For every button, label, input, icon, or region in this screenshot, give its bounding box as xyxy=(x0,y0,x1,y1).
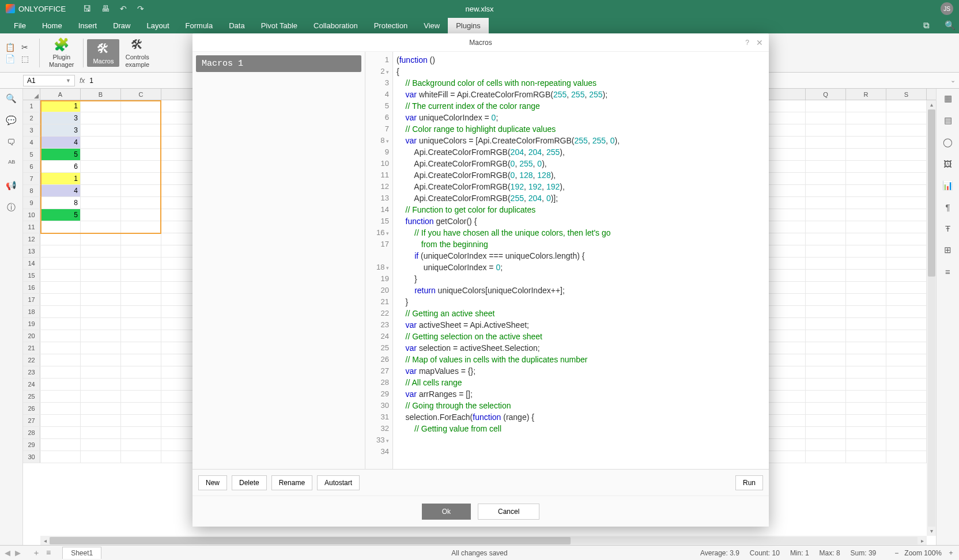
cell[interactable]: 6 xyxy=(40,161,81,172)
cell[interactable] xyxy=(886,221,927,233)
col-header[interactable]: B xyxy=(81,89,121,100)
copy-icon[interactable]: 📋 xyxy=(5,43,15,52)
row-header[interactable]: 20 xyxy=(23,330,40,342)
cell[interactable] xyxy=(40,342,81,354)
row-header[interactable]: 30 xyxy=(23,451,40,463)
chart-settings-icon[interactable]: 📊 xyxy=(942,180,953,191)
code-editor[interactable]: 1234567891011121314151617181920212223242… xyxy=(365,52,769,469)
cell[interactable] xyxy=(121,403,161,414)
sheet-next-icon[interactable]: ▶ xyxy=(15,548,21,557)
cell[interactable] xyxy=(806,330,846,342)
menu-insert[interactable]: Insert xyxy=(70,18,105,33)
cell[interactable] xyxy=(806,100,846,112)
cell[interactable] xyxy=(886,173,927,184)
cell[interactable] xyxy=(40,379,81,390)
cell[interactable] xyxy=(121,149,161,160)
cell[interactable] xyxy=(121,185,161,196)
col-header[interactable]: C xyxy=(121,89,161,100)
cell[interactable] xyxy=(886,185,927,196)
cell[interactable] xyxy=(81,185,121,196)
scroll-right-icon[interactable]: ▸ xyxy=(918,538,927,544)
cell[interactable] xyxy=(40,221,81,233)
row-header[interactable]: 3 xyxy=(23,124,40,136)
chat-icon[interactable]: 🗨 xyxy=(7,137,16,147)
cell[interactable] xyxy=(40,270,81,281)
cell[interactable] xyxy=(886,161,927,172)
cell[interactable] xyxy=(81,161,121,172)
cell[interactable] xyxy=(806,221,846,233)
plugin-manager-button[interactable]: 🧩 Plugin Manager xyxy=(43,35,80,70)
cell[interactable] xyxy=(846,306,886,317)
menu-plugins[interactable]: Plugins xyxy=(448,18,489,33)
cell[interactable] xyxy=(886,197,927,209)
row-header[interactable]: 9 xyxy=(23,197,40,209)
cell[interactable] xyxy=(846,185,886,196)
controls-example-button[interactable]: 🛠 Controls example xyxy=(119,35,155,70)
cell[interactable] xyxy=(81,137,121,148)
cell[interactable] xyxy=(846,439,886,451)
user-avatar[interactable]: JS xyxy=(941,2,953,15)
row-header[interactable]: 27 xyxy=(23,415,40,426)
cell[interactable] xyxy=(40,306,81,317)
cell[interactable] xyxy=(121,282,161,293)
cell[interactable] xyxy=(886,354,927,366)
cell[interactable] xyxy=(846,366,886,378)
cell[interactable] xyxy=(806,149,846,160)
close-icon[interactable]: ✕ xyxy=(756,38,763,47)
cell[interactable] xyxy=(121,100,161,112)
shape-settings-icon[interactable]: ◯ xyxy=(943,137,953,147)
macros-button[interactable]: 🛠 Macros xyxy=(87,39,119,67)
select-all-corner[interactable] xyxy=(23,89,40,100)
paragraph-settings-icon[interactable]: ¶ xyxy=(945,202,950,212)
cell[interactable] xyxy=(846,451,886,463)
paste-icon[interactable]: 📄 xyxy=(5,54,15,63)
vertical-scrollbar[interactable]: ▴ ▾ xyxy=(927,100,936,536)
row-header[interactable]: 21 xyxy=(23,342,40,354)
cell[interactable] xyxy=(886,209,927,221)
cell[interactable] xyxy=(806,354,846,366)
cell[interactable] xyxy=(886,112,927,124)
cell[interactable] xyxy=(806,451,846,463)
cell[interactable] xyxy=(886,342,927,354)
cell[interactable] xyxy=(886,282,927,293)
cell[interactable] xyxy=(81,415,121,426)
cell[interactable] xyxy=(121,451,161,463)
cell[interactable] xyxy=(886,124,927,136)
cell[interactable] xyxy=(40,282,81,293)
cell[interactable] xyxy=(846,282,886,293)
cell[interactable] xyxy=(846,330,886,342)
cell[interactable] xyxy=(846,258,886,269)
cell[interactable] xyxy=(846,209,886,221)
col-header[interactable]: A xyxy=(40,89,81,100)
menu-collaboration[interactable]: Collaboration xyxy=(305,18,366,33)
row-header[interactable]: 23 xyxy=(23,366,40,378)
cell[interactable] xyxy=(886,415,927,426)
cell[interactable] xyxy=(886,379,927,390)
cell[interactable] xyxy=(40,415,81,426)
cell[interactable] xyxy=(40,318,81,330)
cell[interactable] xyxy=(806,415,846,426)
row-header[interactable]: 10 xyxy=(23,209,40,221)
new-button[interactable]: New xyxy=(198,475,227,490)
cell[interactable] xyxy=(81,439,121,451)
cell[interactable] xyxy=(121,354,161,366)
cell[interactable] xyxy=(81,282,121,293)
cell[interactable] xyxy=(121,137,161,148)
cell[interactable] xyxy=(81,209,121,221)
cell[interactable] xyxy=(81,124,121,136)
row-header[interactable]: 7 xyxy=(23,173,40,184)
cell[interactable] xyxy=(846,354,886,366)
row-header[interactable]: 14 xyxy=(23,258,40,269)
cell[interactable] xyxy=(806,439,846,451)
cell[interactable] xyxy=(846,137,886,148)
cell[interactable] xyxy=(121,221,161,233)
row-header[interactable]: 5 xyxy=(23,149,40,160)
cell[interactable] xyxy=(846,391,886,402)
col-header[interactable]: S xyxy=(886,89,927,100)
cell[interactable] xyxy=(806,233,846,245)
cell[interactable] xyxy=(40,245,81,257)
cell[interactable] xyxy=(886,427,927,438)
about-icon[interactable]: ⓘ xyxy=(7,202,16,213)
cell[interactable] xyxy=(121,391,161,402)
menu-view[interactable]: View xyxy=(416,18,448,33)
